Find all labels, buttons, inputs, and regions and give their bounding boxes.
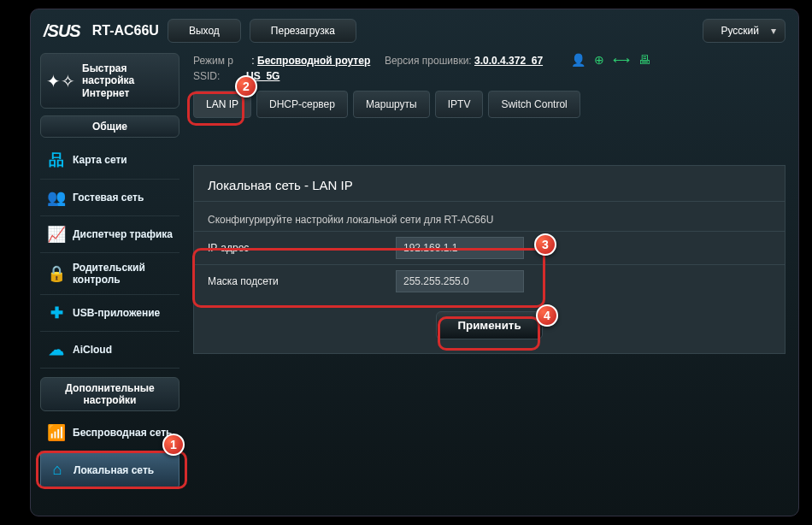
apply-row: Применить — [194, 298, 785, 353]
sidebar-item-label: AiCloud — [73, 344, 112, 356]
quick-setup-button[interactable]: ✦✧ Быстрая настройка Интернет — [40, 53, 179, 109]
sidebar-item-aicloud[interactable]: ☁ AiCloud — [40, 332, 179, 369]
sidebar-item-label: Карта сети — [73, 154, 127, 166]
tab-routes[interactable]: Маршруты — [353, 91, 430, 118]
traffic-icon: 📈 — [47, 225, 66, 244]
brand-logo: /SUS — [44, 21, 80, 41]
sidebar: ✦✧ Быстрая настройка Интернет Общие 品 Ка… — [35, 48, 185, 511]
usb-icon: ✚ — [47, 304, 66, 322]
tab-switch-control[interactable]: Switch Control — [488, 91, 580, 118]
sidebar-item-label: Локальная сеть — [74, 464, 154, 476]
guest-network-icon: 👥 — [47, 188, 66, 207]
language-select[interactable]: Русский — [703, 19, 786, 43]
wifi-icon: 📶 — [47, 423, 66, 442]
home-icon: ⌂ — [48, 461, 67, 479]
network-map-icon: 品 — [47, 150, 66, 170]
mode-value[interactable]: Беспроводной роутер — [257, 55, 370, 67]
reboot-button[interactable]: Перезагрузка — [250, 19, 356, 43]
ssid-value: US_5G — [246, 70, 279, 82]
sidebar-item-parental-control[interactable]: 🔒 Родительский контроль — [40, 253, 179, 295]
mask-label: Маска подсети — [208, 275, 396, 287]
panel-description: Сконфигурируйте настройки локальной сети… — [194, 202, 785, 231]
sidebar-item-label: Родительский контроль — [73, 262, 173, 286]
printer-icon[interactable]: 🖶 — [638, 53, 650, 67]
apply-button[interactable]: Применить — [436, 311, 542, 339]
sidebar-item-label: USB-приложение — [73, 307, 160, 319]
top-bar: /SUS RT-AC66U Выход Перезагрузка Русский — [35, 14, 794, 48]
app-window: /SUS RT-AC66U Выход Перезагрузка Русский… — [30, 9, 799, 516]
settings-panel: Локальная сеть - LAN IP Сконфигурируйте … — [193, 165, 786, 354]
cloud-icon: ☁ — [47, 340, 66, 359]
status-icons: 👤 ⊕ ⟷ 🖶 — [571, 53, 650, 67]
info-line-2: SSID: xxxx US_5G — [193, 68, 786, 84]
sidebar-item-traffic-manager[interactable]: 📈 Диспетчер трафика — [40, 216, 179, 253]
fw-value[interactable]: 3.0.0.4.372_67 — [474, 55, 543, 67]
ssid-label: SSID: — [193, 70, 220, 82]
sidebar-item-lan[interactable]: ⌂ Локальная сеть — [40, 451, 179, 488]
row-ip: IP-адрес — [194, 231, 785, 264]
sidebar-item-label: Диспетчер трафика — [73, 228, 173, 240]
sidebar-item-wireless[interactable]: 📶 Беспроводная сеть — [40, 415, 179, 451]
logout-button[interactable]: Выход — [168, 19, 241, 43]
wand-icon: ✦✧ — [46, 71, 75, 91]
mode-label: Режим р — [193, 55, 233, 67]
quick-setup-label: Быстрая настройка Интернет — [82, 62, 174, 99]
sidebar-item-label: Беспроводная сеть — [73, 427, 172, 439]
sidebar-item-network-map[interactable]: 品 Карта сети — [40, 141, 179, 180]
sidebar-section-advanced: Дополнительные настройки — [40, 377, 179, 411]
fw-label: Версия прошивки: — [385, 55, 472, 67]
sidebar-item-label: Гостевая сеть — [73, 192, 144, 204]
model-label: RT-AC66U — [92, 23, 159, 38]
globe-icon[interactable]: ⊕ — [594, 53, 604, 67]
sidebar-section-general: Общие — [40, 115, 179, 138]
sidebar-item-guest-network[interactable]: 👥 Гостевая сеть — [40, 180, 179, 216]
row-mask: Маска подсети — [194, 264, 785, 298]
tab-dhcp[interactable]: DHCP-сервер — [256, 91, 348, 118]
mask-input[interactable] — [396, 270, 524, 292]
tab-bar: LAN IP DHCP-сервер Маршруты IPTV Switch … — [193, 91, 786, 118]
tab-lan-ip[interactable]: LAN IP — [193, 91, 251, 118]
user-icon[interactable]: 👤 — [571, 53, 585, 67]
ip-label: IP-адрес — [208, 242, 396, 254]
usb-status-icon[interactable]: ⟷ — [613, 53, 630, 67]
sidebar-item-usb-app[interactable]: ✚ USB-приложение — [40, 295, 179, 332]
main-content: Режим р xxx: Беспроводной роутер Версия … — [185, 48, 794, 511]
info-line-1: Режим р xxx: Беспроводной роутер Версия … — [193, 51, 786, 68]
lock-icon: 🔒 — [47, 264, 66, 283]
ip-input[interactable] — [396, 237, 524, 259]
panel-title: Локальная сеть - LAN IP — [194, 166, 785, 202]
tab-iptv[interactable]: IPTV — [435, 91, 484, 118]
